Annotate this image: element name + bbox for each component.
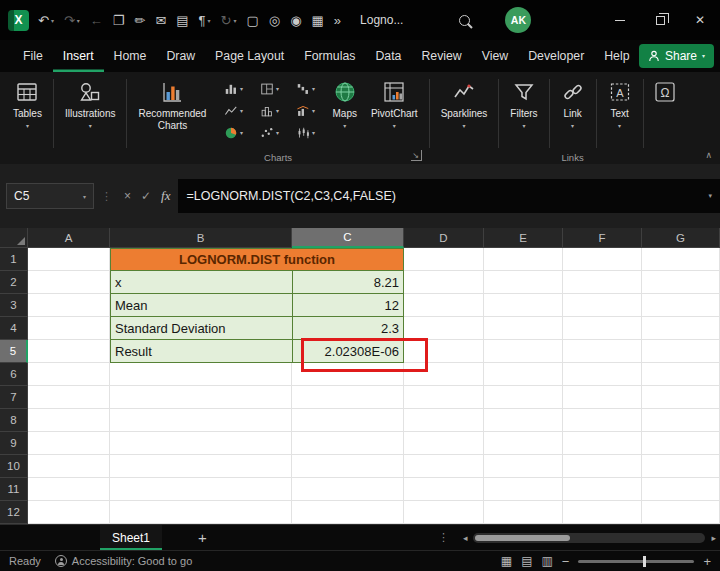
pivotchart-button[interactable]: PivotChart ▾ [364, 76, 425, 132]
column-header-E[interactable]: E [484, 228, 563, 248]
tab-file[interactable]: File [13, 40, 53, 72]
cell-A9[interactable] [28, 432, 110, 455]
row-header-7[interactable]: 7 [0, 386, 28, 409]
row-header-9[interactable]: 9 [0, 432, 28, 455]
redo-icon[interactable]: ↷▾ [64, 14, 80, 27]
scroll-right-icon[interactable]: ▸ [711, 533, 716, 543]
row-header-4[interactable]: 4 [0, 317, 28, 340]
share-button[interactable]: Share ▾ [639, 44, 714, 68]
row-header-2[interactable]: 2 [0, 271, 28, 294]
cell-A1[interactable] [28, 248, 110, 271]
more-icon[interactable]: » [334, 14, 341, 27]
tables-button[interactable]: Tables ▾ [6, 76, 49, 132]
zoom-slider-thumb[interactable] [643, 556, 646, 567]
sparklines-button[interactable]: Sparklines ▾ [434, 76, 495, 132]
cell-D9[interactable] [404, 432, 484, 455]
row-header-11[interactable]: 11 [0, 478, 28, 501]
enter-icon[interactable]: ✓ [141, 189, 151, 203]
cell-B7[interactable] [110, 386, 292, 409]
copy-icon[interactable]: ❐ [113, 14, 125, 27]
cell-G2[interactable] [642, 271, 720, 294]
waterfall-chart-icon[interactable]: ▾ [287, 78, 323, 100]
cell-C9[interactable] [292, 432, 404, 455]
tab-home[interactable]: Home [104, 40, 157, 72]
cell-A3[interactable] [28, 294, 110, 317]
accessibility-status[interactable]: Accessibility: Good to go [55, 555, 192, 567]
table-cell-B5[interactable]: Result [110, 340, 292, 363]
cell-C11[interactable] [292, 478, 404, 501]
cell-G4[interactable] [642, 317, 720, 340]
column-header-F[interactable]: F [563, 228, 642, 248]
cell-C8[interactable] [292, 409, 404, 432]
tab-insert[interactable]: Insert [53, 40, 104, 72]
blank-page-icon[interactable]: ▢ [247, 14, 259, 27]
pie-chart-icon[interactable]: ▾ [215, 122, 251, 144]
cell-D8[interactable] [404, 409, 484, 432]
new-sheet-button[interactable]: + [162, 525, 207, 550]
row-header-6[interactable]: 6 [0, 363, 28, 386]
cell-A6[interactable] [28, 363, 110, 386]
document-icon[interactable]: ▤ [176, 14, 188, 27]
cell-E12[interactable] [484, 501, 563, 524]
back-icon[interactable]: ← [90, 14, 103, 27]
zoom-in-icon[interactable]: + [703, 554, 711, 569]
cell-G9[interactable] [642, 432, 720, 455]
row-header-10[interactable]: 10 [0, 455, 28, 478]
cell-A7[interactable] [28, 386, 110, 409]
cell-E8[interactable] [484, 409, 563, 432]
cell-E7[interactable] [484, 386, 563, 409]
mail-icon[interactable]: ✉ [155, 14, 166, 27]
table-cell-B3[interactable]: Mean [110, 294, 292, 317]
row-header-3[interactable]: 3 [0, 294, 28, 317]
cell-F5[interactable] [563, 340, 642, 363]
table-cell-B4[interactable]: Standard Deviation [110, 317, 292, 340]
cell-F1[interactable] [563, 248, 642, 271]
cell-D12[interactable] [404, 501, 484, 524]
cell-E5[interactable] [484, 340, 563, 363]
column-header-G[interactable]: G [642, 228, 720, 248]
table-cell-C4[interactable]: 2.3 [292, 317, 404, 340]
cell-D7[interactable] [404, 386, 484, 409]
cancel-icon[interactable]: × [124, 189, 131, 203]
cell-B10[interactable] [110, 455, 292, 478]
normal-view-icon[interactable]: ▦ [501, 554, 512, 568]
zoom-slider[interactable] [578, 560, 694, 563]
table-grid-icon[interactable]: ▦ [312, 14, 324, 27]
histogram-chart-icon[interactable]: ▾ [251, 100, 287, 122]
cell-B12[interactable] [110, 501, 292, 524]
scrollbar-thumb[interactable] [475, 535, 570, 541]
cell-E9[interactable] [484, 432, 563, 455]
cell-G1[interactable] [642, 248, 720, 271]
tab-view[interactable]: View [472, 40, 518, 72]
cell-E6[interactable] [484, 363, 563, 386]
tab-page-layout[interactable]: Page Layout [205, 40, 294, 72]
cell-A12[interactable] [28, 501, 110, 524]
cell-A8[interactable] [28, 409, 110, 432]
draw-icon[interactable]: ✏ [135, 14, 146, 27]
cell-G7[interactable] [642, 386, 720, 409]
row-header-8[interactable]: 8 [0, 409, 28, 432]
cell-F11[interactable] [563, 478, 642, 501]
illustrations-button[interactable]: Illustrations ▾ [58, 76, 123, 132]
cell-D4[interactable] [404, 317, 484, 340]
cell-G10[interactable] [642, 455, 720, 478]
cell-A4[interactable] [28, 317, 110, 340]
cell-G12[interactable] [642, 501, 720, 524]
column-header-C[interactable]: C [292, 228, 404, 248]
line-chart-icon[interactable]: ▾ [215, 100, 251, 122]
cell-G8[interactable] [642, 409, 720, 432]
cell-E10[interactable] [484, 455, 563, 478]
cell-B6[interactable] [110, 363, 292, 386]
tab-data[interactable]: Data [365, 40, 411, 72]
cell-F6[interactable] [563, 363, 642, 386]
sheet-tab-sheet1[interactable]: Sheet1 [100, 525, 162, 550]
cell-F4[interactable] [563, 317, 642, 340]
formula-input[interactable]: =LOGNORM.DIST(C2,C3,C4,FALSE) ▾ [178, 179, 720, 213]
column-header-A[interactable]: A [28, 228, 110, 248]
restore-button[interactable] [640, 0, 680, 40]
horizontal-scrollbar[interactable] [473, 533, 705, 543]
name-box[interactable]: C5 ▾ [6, 183, 94, 209]
cell-F7[interactable] [563, 386, 642, 409]
tab-review[interactable]: Review [411, 40, 471, 72]
cell-B9[interactable] [110, 432, 292, 455]
